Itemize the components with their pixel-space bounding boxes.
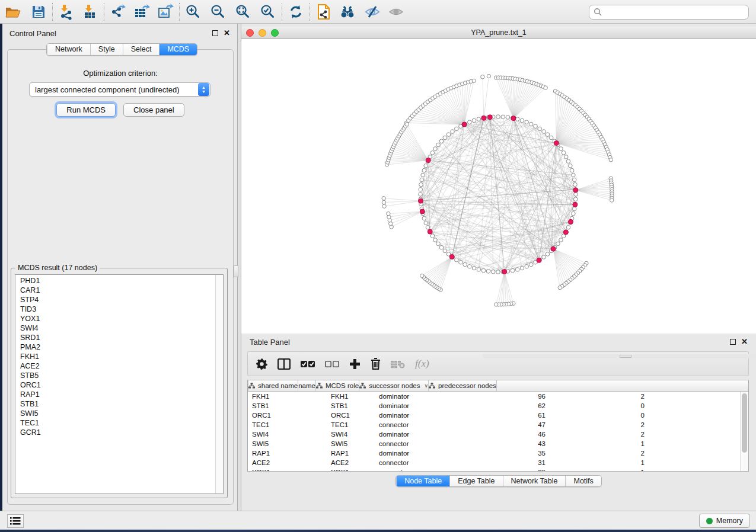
- table-panel-tab[interactable]: Edge Table: [449, 476, 502, 486]
- mcds-result-item[interactable]: PMA2: [15, 342, 215, 352]
- select-all-icon[interactable]: [301, 360, 315, 368]
- export-image-icon[interactable]: [155, 2, 176, 21]
- namespace-icon: [429, 383, 435, 389]
- close-panel-button[interactable]: Close panel: [123, 103, 184, 117]
- result-list-scrollbar[interactable]: [215, 275, 223, 493]
- zoom-in-icon[interactable]: [183, 2, 203, 21]
- table-column-header[interactable]: predecessor nodes ∨: [428, 380, 496, 391]
- zoom-out-icon[interactable]: [208, 2, 228, 21]
- search-network-icon[interactable]: [337, 2, 358, 21]
- mcds-result-item[interactable]: PHD1: [15, 276, 215, 286]
- search-input[interactable]: [605, 8, 744, 17]
- table-column-header[interactable]: ∨: [496, 380, 497, 391]
- mcds-result-item[interactable]: CAR1: [15, 286, 215, 295]
- table-column-header[interactable]: MCDS role ∨: [315, 380, 359, 391]
- splitter-handle[interactable]: [234, 265, 238, 277]
- mcds-result-item[interactable]: RAP1: [15, 390, 215, 399]
- control-panel-tab[interactable]: MCDS: [159, 44, 197, 55]
- run-mcds-button[interactable]: Run MCDS: [56, 103, 116, 117]
- export-table-icon[interactable]: [132, 2, 152, 21]
- table-panel-tab[interactable]: Node Table: [396, 476, 449, 486]
- table-row[interactable]: YOX1 YOX1 connector 29 1: [248, 467, 740, 472]
- table-column-header[interactable]: shared name ∨: [248, 380, 298, 391]
- network-canvas[interactable]: [241, 39, 756, 334]
- mcds-result-item[interactable]: STB5: [15, 371, 215, 380]
- network-window-titlebar[interactable]: YPA_prune.txt_1: [241, 27, 756, 39]
- zoom-selected-icon[interactable]: [258, 2, 278, 21]
- control-panel-title: Control Panel: [9, 29, 56, 38]
- memory-button[interactable]: Memory: [699, 514, 750, 528]
- deselect-all-icon[interactable]: [325, 360, 339, 368]
- split-pane-icon[interactable]: [277, 358, 291, 370]
- export-network-icon[interactable]: [108, 2, 128, 21]
- delete-table-icon: [391, 360, 405, 368]
- network-graph[interactable]: [241, 39, 756, 334]
- show-details-icon[interactable]: [386, 2, 406, 21]
- namespace-icon: [359, 383, 366, 389]
- delete-icon[interactable]: [371, 358, 381, 370]
- optimization-criterion-select[interactable]: largest connected component (undirected)…: [29, 82, 210, 97]
- table-row[interactable]: FKH1 FKH1 dominator 96 2: [248, 392, 740, 401]
- table-panel-tab[interactable]: Motifs: [565, 476, 601, 486]
- task-history-button[interactable]: [7, 514, 24, 528]
- float-panel-icon[interactable]: [730, 339, 736, 345]
- table-row[interactable]: TEC1 TEC1 connector 47 2: [248, 420, 740, 430]
- import-network-icon[interactable]: [56, 2, 76, 21]
- mcds-result-item[interactable]: STP4: [15, 295, 215, 305]
- mcds-result-item[interactable]: GCR1: [15, 428, 215, 437]
- zoom-fit-icon[interactable]: [233, 2, 253, 21]
- table-row[interactable]: ORC1 ORC1 dominator 61 0: [248, 411, 740, 420]
- table-column-header[interactable]: name ∨: [298, 380, 315, 391]
- close-panel-icon[interactable]: ✕: [741, 339, 748, 345]
- mcds-result-item[interactable]: SWI4: [15, 323, 215, 333]
- mcds-result-item[interactable]: YOX1: [15, 314, 215, 323]
- refresh-layout-icon[interactable]: [286, 2, 306, 21]
- table-row[interactable]: SWI5 SWI5 connector 43 1: [248, 439, 740, 448]
- mcds-result-item[interactable]: ACE2: [15, 361, 215, 371]
- namespace-icon: [316, 383, 323, 389]
- table-body: FKH1 FKH1 dominator 96 2 STB1 STB1 domin…: [248, 392, 740, 471]
- control-panel: Control Panel ✕ NetworkStyleSelectMCDS O…: [2, 24, 237, 511]
- mcds-result-item[interactable]: ORC1: [15, 380, 215, 390]
- splitter-handle[interactable]: [620, 355, 631, 358]
- table-row[interactable]: STB1 STB1 dominator 62 0: [248, 401, 740, 411]
- horizontal-splitter[interactable]: [483, 354, 756, 358]
- mcds-result-item[interactable]: FKH1: [15, 352, 215, 361]
- mcds-result-list[interactable]: PHD1CAR1STP4TID3YOX1SWI4SRD1PMA2FKH1ACE2…: [15, 274, 224, 494]
- import-table-icon[interactable]: [80, 2, 100, 21]
- close-panel-icon[interactable]: ✕: [224, 30, 230, 36]
- open-file-icon[interactable]: [4, 2, 24, 21]
- main-toolbar: [0, 0, 756, 24]
- memory-status-icon: [706, 518, 713, 524]
- mcds-result-item[interactable]: TID3: [15, 305, 215, 314]
- control-panel-tabs: NetworkStyleSelectMCDS: [46, 43, 197, 56]
- mcds-result-item[interactable]: SRD1: [15, 333, 215, 342]
- table-row[interactable]: SWI4 SWI4 dominator 46 2: [248, 430, 740, 439]
- table-header-row: shared name ∨ name ∨ MCDS role: [248, 380, 748, 392]
- mcds-result-item[interactable]: STB1: [15, 399, 215, 409]
- control-panel-tab[interactable]: Select: [123, 44, 160, 55]
- gear-icon[interactable]: [256, 358, 267, 370]
- float-panel-icon[interactable]: [212, 30, 218, 36]
- hide-details-icon[interactable]: [362, 2, 382, 21]
- mcds-result-title: MCDS result (17 nodes): [15, 264, 100, 272]
- table-panel: Table Panel ✕: [241, 334, 756, 511]
- table-row[interactable]: ACE2 ACE2 connector 31 1: [248, 458, 740, 467]
- network-file-icon[interactable]: [314, 2, 334, 21]
- add-column-icon[interactable]: [349, 358, 361, 370]
- save-session-icon[interactable]: [28, 2, 49, 21]
- control-panel-tab[interactable]: Network: [47, 44, 90, 55]
- table-column-header[interactable]: successor nodes ∨: [359, 380, 428, 391]
- sort-indicator-icon[interactable]: ∨: [424, 383, 428, 389]
- mcds-result-item[interactable]: TEC1: [15, 418, 215, 428]
- mcds-result-item[interactable]: SWI5: [15, 409, 215, 418]
- table-panel-tab[interactable]: Network Table: [503, 476, 566, 486]
- mcds-result-group: MCDS result (17 nodes) PHD1CAR1STP4TID3Y…: [11, 268, 228, 498]
- scrollbar-thumb[interactable]: [742, 393, 747, 453]
- network-search-field[interactable]: [589, 5, 749, 20]
- table-row[interactable]: RAP1 RAP1 dominator 35 2: [248, 448, 740, 458]
- control-panel-tab[interactable]: Style: [90, 44, 123, 55]
- vertical-splitter[interactable]: [237, 24, 241, 511]
- network-window-title: YPA_prune.txt_1: [241, 28, 756, 37]
- table-scrollbar[interactable]: [740, 392, 748, 471]
